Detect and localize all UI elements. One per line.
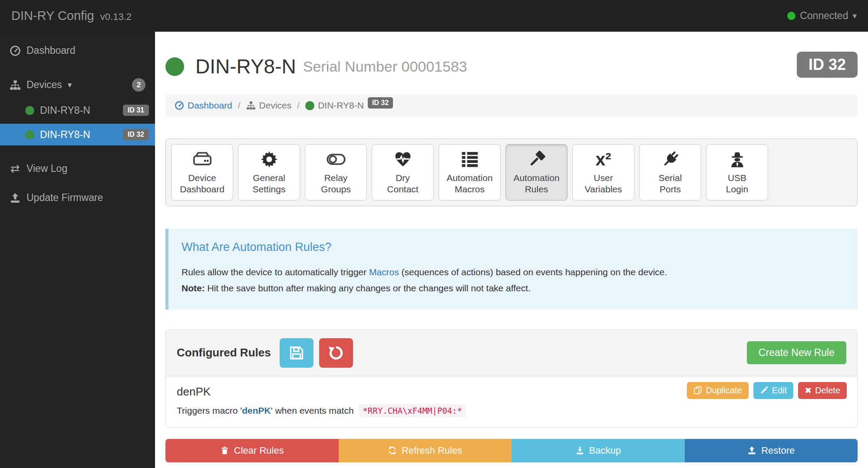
- upload-icon: [10, 192, 21, 204]
- spy-icon: [728, 150, 747, 169]
- delete-rule-button[interactable]: ✖ Delete: [798, 382, 847, 399]
- breadcrumb-device-id-badge: ID 32: [368, 97, 393, 109]
- breadcrumb: Dashboard / Devices / DIN-RY8-N ID 32: [165, 94, 858, 117]
- pencil-icon: [760, 386, 769, 395]
- breadcrumb-separator: /: [295, 100, 301, 111]
- sidebar-dashboard-label: Dashboard: [26, 45, 76, 56]
- breadcrumb-devices-link[interactable]: Devices: [246, 100, 292, 111]
- trash-icon: [220, 446, 229, 455]
- devices-count-badge: 2: [132, 78, 145, 92]
- topbar: DIN-RY Config v0.13.2 Connected ▾: [0, 0, 868, 32]
- edit-rule-button[interactable]: Edit: [753, 382, 793, 399]
- refresh-rules-button[interactable]: Refresh Rules: [339, 439, 512, 462]
- rule-pattern-code: *RRY.CHA\xF4MM|P04:*: [359, 404, 466, 417]
- device-id-badge: ID 32: [123, 129, 149, 140]
- backup-button[interactable]: Backup: [512, 439, 685, 462]
- tab-general-settings[interactable]: GeneralSettings: [238, 144, 300, 201]
- app-version: v0.13.2: [100, 11, 132, 22]
- create-new-rule-button[interactable]: Create New Rule: [747, 341, 846, 364]
- sidebar-item-device-id31[interactable]: DIN-RY8-N ID 31: [0, 99, 155, 121]
- undo-icon: [328, 345, 344, 361]
- sidebar-item-device-id32[interactable]: DIN-RY8-N ID 32: [0, 124, 155, 145]
- x-squared-icon: x²: [596, 150, 611, 169]
- copy-icon: [693, 386, 702, 395]
- caret-down-icon: ▾: [852, 11, 857, 21]
- connection-status-label: Connected: [800, 10, 848, 22]
- configured-rules-panel: Configured Rules Create New Rule denPK T…: [165, 330, 858, 428]
- list-icon: [460, 150, 479, 169]
- toggle-icon: [327, 150, 346, 169]
- device-name: DIN-RY8-N: [40, 105, 90, 116]
- sitemap-icon: [10, 79, 21, 91]
- page-title: DIN-RY8-N: [195, 55, 296, 78]
- rule-actions: Duplicate Edit ✖ Delete: [687, 382, 847, 399]
- device-name: DIN-RY8-N: [40, 129, 90, 141]
- panel-header: Configured Rules Create New Rule: [166, 330, 857, 376]
- serial-number: Serial Number 00001583: [303, 58, 467, 75]
- device-status-dot-icon: [165, 57, 184, 76]
- x-icon: ✖: [805, 386, 812, 395]
- heartbeat-icon: [393, 150, 413, 169]
- device-status-dot-icon: [305, 101, 314, 110]
- gavel-icon: [527, 150, 546, 169]
- plug-icon: [661, 150, 680, 169]
- tab-automation-macros[interactable]: AutomationMacros: [439, 144, 501, 201]
- dashboard-icon: [175, 101, 184, 110]
- refresh-icon: [388, 446, 397, 455]
- duplicate-rule-button[interactable]: Duplicate: [687, 382, 748, 399]
- clear-rules-button[interactable]: Clear Rules: [165, 439, 339, 462]
- sidebar: Dashboard Devices ▾ 2 DIN-RY8-N ID 31 DI…: [0, 32, 155, 468]
- restore-button[interactable]: Restore: [685, 439, 858, 462]
- exchange-icon: ⇄: [10, 162, 21, 175]
- callout-note: Note: Hit the save button after making a…: [182, 280, 845, 297]
- tab-dry-contact[interactable]: DryContact: [372, 144, 434, 201]
- device-tabs: DeviceDashboard GeneralSettings RelayGro…: [165, 138, 858, 206]
- breadcrumb-dashboard-link[interactable]: Dashboard: [175, 100, 232, 111]
- macro-name: denPK: [242, 405, 271, 415]
- download-icon: [575, 446, 584, 455]
- sitemap-icon: [246, 101, 256, 110]
- update-firmware-label: Update Firmware: [26, 192, 103, 204]
- sidebar-item-view-log[interactable]: ⇄ View Log: [0, 157, 155, 181]
- device-id-badge: ID 32: [797, 52, 858, 78]
- app-title: DIN-RY Config v0.13.2: [11, 9, 132, 23]
- panel-title: Configured Rules: [177, 346, 271, 359]
- info-callout: What Are Automation Rules? Rules allow t…: [165, 229, 858, 310]
- device-status-dot-icon: [25, 130, 34, 139]
- rule-description: Triggers macro 'denPK' when events match…: [177, 405, 846, 416]
- callout-title: What Are Automation Rules?: [182, 241, 845, 254]
- undo-rules-button[interactable]: [319, 338, 353, 368]
- device-id-badge: ID 31: [123, 105, 149, 116]
- view-log-label: View Log: [26, 163, 67, 175]
- gear-icon: [260, 150, 279, 169]
- save-icon: [288, 345, 305, 361]
- main-content: DIN-RY8-N Serial Number 00001583 ID 32 D…: [155, 32, 868, 468]
- sidebar-devices-label: Devices: [26, 79, 62, 91]
- sidebar-item-devices[interactable]: Devices ▾ 2: [0, 73, 155, 97]
- connection-status-dropdown[interactable]: Connected ▾: [787, 10, 857, 22]
- tab-user-variables[interactable]: x² UserVariables: [572, 144, 634, 201]
- upload-icon: [747, 446, 756, 455]
- sidebar-item-dashboard[interactable]: Dashboard: [0, 40, 155, 62]
- app-name: DIN-RY Config: [11, 9, 94, 23]
- callout-body: Rules allow the device to automatically …: [182, 264, 845, 280]
- rule-row: denPK Triggers macro 'denPK' when events…: [166, 376, 857, 427]
- sidebar-item-update-firmware[interactable]: Update Firmware: [0, 187, 155, 209]
- tab-device-dashboard[interactable]: DeviceDashboard: [171, 144, 233, 201]
- tab-relay-groups[interactable]: RelayGroups: [305, 144, 367, 201]
- macros-link[interactable]: Macros: [369, 267, 399, 277]
- connected-dot-icon: [787, 12, 795, 20]
- caret-down-icon: ▾: [68, 80, 72, 90]
- tab-automation-rules[interactable]: AutomationRules: [505, 144, 568, 201]
- dashboard-icon: [10, 45, 21, 56]
- hdd-icon: [193, 150, 212, 169]
- device-status-dot-icon: [25, 106, 34, 115]
- tab-serial-ports[interactable]: SerialPorts: [639, 144, 701, 201]
- save-rules-button[interactable]: [280, 338, 314, 368]
- rules-footer-buttons: Clear Rules Refresh Rules Backup Restore: [165, 439, 858, 462]
- breadcrumb-separator: /: [236, 100, 242, 111]
- breadcrumb-current-device: DIN-RY8-N: [305, 100, 364, 111]
- device-header: DIN-RY8-N Serial Number 00001583 ID 32: [165, 51, 858, 82]
- tab-usb-login[interactable]: USBLogin: [706, 144, 768, 201]
